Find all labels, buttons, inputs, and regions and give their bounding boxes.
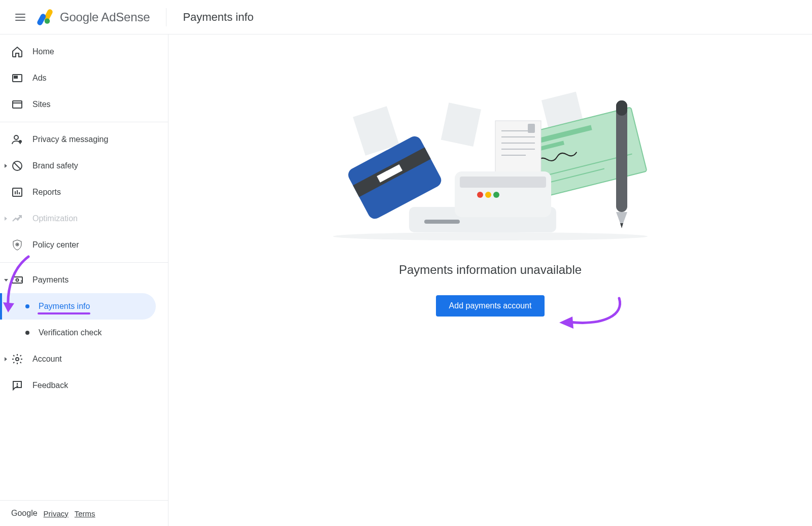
- sidebar-item-label: Reports: [32, 188, 61, 197]
- svg-rect-45: [424, 220, 460, 224]
- expand-icon: [3, 356, 9, 362]
- sidebar-item-privacy[interactable]: Privacy & messaging: [0, 126, 168, 153]
- payments-icon: [11, 274, 23, 286]
- add-payments-account-button[interactable]: Add payments account: [436, 295, 545, 317]
- svg-point-44: [493, 192, 499, 198]
- bullet-icon: [25, 331, 29, 335]
- hamburger-icon: [14, 11, 26, 23]
- block-icon: [11, 160, 23, 172]
- sidebar-subitem-verification[interactable]: Verification check: [0, 320, 156, 346]
- privacy-icon: [11, 133, 23, 146]
- svg-line-10: [14, 162, 21, 169]
- ads-icon: [11, 72, 23, 84]
- sidebar-item-ads[interactable]: Ads: [0, 65, 168, 91]
- sidebar-item-label: Policy center: [32, 240, 79, 250]
- svg-point-23: [17, 386, 18, 387]
- sidebar-item-sites[interactable]: Sites: [0, 91, 168, 118]
- sidebar-footer: Google Privacy Terms: [0, 500, 168, 526]
- sidebar-item-label: Feedback: [32, 381, 68, 390]
- sidebar-item-policy[interactable]: Policy center: [0, 232, 168, 258]
- svg-rect-41: [460, 177, 546, 188]
- sidebar-item-optimization[interactable]: Optimization: [0, 205, 168, 232]
- expand-icon: [3, 163, 9, 169]
- sidebar-subitem-payments-info[interactable]: Payments info: [0, 293, 156, 320]
- sidebar-item-label: Privacy & messaging: [32, 135, 108, 144]
- annotation-underline: [38, 312, 90, 314]
- header-divider: [166, 8, 166, 26]
- sidebar-subitem-label: Verification check: [39, 328, 102, 337]
- svg-point-43: [485, 192, 491, 198]
- svg-rect-4: [14, 76, 17, 78]
- svg-point-8: [19, 140, 22, 143]
- sidebar-item-home[interactable]: Home: [0, 39, 168, 65]
- sidebar-item-payments[interactable]: Payments: [0, 267, 168, 293]
- annotation-arrow-cta: [554, 294, 625, 335]
- footer-privacy-link[interactable]: Privacy: [44, 509, 69, 518]
- sidebar-item-feedback[interactable]: Feedback: [0, 372, 168, 399]
- svg-rect-25: [441, 102, 481, 147]
- page-title: Payments info: [183, 11, 253, 24]
- empty-state-heading: Payments information unavailable: [399, 263, 582, 277]
- sidebar-item-label: Sites: [32, 100, 51, 109]
- sidebar-item-label: Home: [32, 47, 54, 56]
- feedback-icon: [11, 379, 23, 392]
- reports-icon: [11, 186, 23, 198]
- footer-terms-link[interactable]: Terms: [75, 509, 95, 518]
- menu-button[interactable]: [8, 5, 32, 29]
- sidebar-item-label: Ads: [32, 74, 47, 83]
- svg-point-21: [16, 358, 19, 361]
- svg-point-2: [45, 18, 50, 24]
- svg-rect-5: [13, 101, 22, 108]
- svg-point-7: [14, 135, 18, 139]
- home-icon: [11, 46, 23, 58]
- svg-point-16: [17, 244, 18, 245]
- svg-point-18: [16, 279, 19, 282]
- sites-icon: [11, 98, 23, 111]
- adsense-logo-icon: [37, 8, 55, 26]
- sidebar-subitem-label: Payments info: [39, 302, 90, 311]
- main-content: Payments information unavailable Add pay…: [168, 34, 812, 526]
- svg-rect-17: [12, 277, 22, 283]
- shield-icon: [11, 239, 23, 251]
- svg-rect-38: [528, 124, 535, 133]
- sidebar-item-label: Optimization: [32, 214, 78, 223]
- trend-icon: [11, 213, 23, 225]
- sidebar-item-account[interactable]: Account: [0, 346, 168, 372]
- svg-point-42: [477, 192, 483, 198]
- footer-brand: Google: [11, 509, 38, 518]
- sidebar: Home Ads Sites Privacy & messa: [0, 34, 168, 526]
- sidebar-item-label: Account: [32, 355, 62, 364]
- sidebar-item-label: Brand safety: [32, 161, 78, 170]
- svg-point-51: [333, 232, 648, 240]
- app-header: Google AdSense Payments info: [0, 0, 812, 34]
- sidebar-item-reports[interactable]: Reports: [0, 179, 168, 205]
- gear-icon: [11, 353, 23, 365]
- expand-icon: [3, 216, 9, 222]
- svg-rect-50: [616, 100, 627, 116]
- sidebar-item-brand-safety[interactable]: Brand safety: [0, 153, 168, 179]
- bullet-icon: [25, 304, 29, 308]
- product-name: Google AdSense: [60, 10, 150, 24]
- sidebar-item-label: Payments: [32, 275, 69, 285]
- product-logo[interactable]: Google AdSense: [37, 8, 150, 26]
- expand-icon: [3, 277, 9, 283]
- svg-rect-49: [616, 100, 627, 212]
- payments-illustration: [328, 90, 653, 242]
